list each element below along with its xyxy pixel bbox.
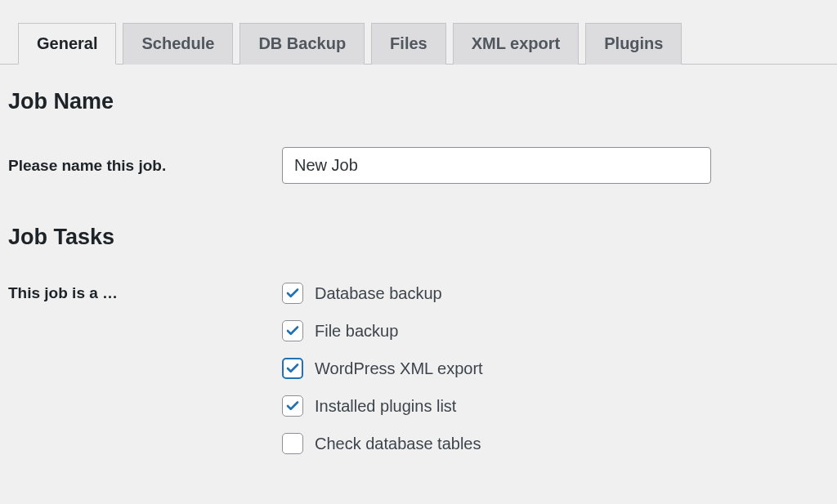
task-row-check-tables: Check database tables [282, 433, 829, 454]
task-checkbox-plugins-list[interactable] [282, 395, 303, 417]
check-icon [285, 286, 300, 301]
job-tasks-label: This job is a … [8, 283, 282, 302]
task-row-file-backup: File backup [282, 320, 829, 341]
task-label-database-backup: Database backup [315, 284, 442, 303]
tab-content: Job Name Please name this job. Job Tasks… [0, 65, 837, 495]
tab-xml-export[interactable]: XML export [453, 23, 580, 65]
job-name-row: Please name this job. [8, 147, 829, 184]
task-label-check-tables: Check database tables [315, 435, 481, 453]
tab-schedule[interactable]: Schedule [123, 23, 233, 65]
check-icon [285, 399, 300, 413]
task-label-plugins-list: Installed plugins list [315, 397, 456, 416]
task-row-plugins-list: Installed plugins list [282, 395, 829, 417]
job-tasks-heading: Job Tasks [8, 225, 829, 250]
task-row-database-backup: Database backup [282, 283, 829, 304]
task-label-xml-export: WordPress XML export [315, 359, 483, 378]
task-checkbox-database-backup[interactable] [282, 283, 303, 304]
tab-general[interactable]: General [18, 23, 116, 65]
job-tasks-row: This job is a … Database backup File bac… [8, 283, 829, 471]
job-tasks-list: Database backup File backup WordPress XM… [282, 283, 829, 471]
tabs-nav: General Schedule DB Backup Files XML exp… [0, 0, 837, 65]
tab-files[interactable]: Files [371, 23, 446, 65]
task-checkbox-xml-export[interactable] [282, 358, 303, 379]
task-row-xml-export: WordPress XML export [282, 358, 829, 379]
check-icon [285, 361, 300, 376]
tab-plugins[interactable]: Plugins [585, 23, 682, 65]
task-checkbox-check-tables[interactable] [282, 433, 303, 454]
task-label-file-backup: File backup [315, 322, 398, 341]
tab-db-backup[interactable]: DB Backup [239, 23, 365, 65]
job-name-heading: Job Name [8, 89, 829, 114]
check-icon [285, 323, 300, 338]
job-name-label: Please name this job. [8, 157, 282, 175]
task-checkbox-file-backup[interactable] [282, 320, 303, 341]
job-name-input[interactable] [282, 147, 711, 184]
